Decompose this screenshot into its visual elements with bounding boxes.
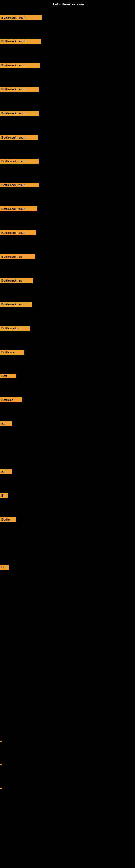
bottleneck-badge-2: Bottleneck result xyxy=(0,63,40,68)
bottleneck-badge-5: Bottleneck result xyxy=(0,135,38,140)
bottleneck-badge-20: Bottle xyxy=(0,517,16,522)
bottleneck-badge-19: B xyxy=(0,493,8,498)
bottleneck-badge-15: Bott xyxy=(0,373,16,378)
bottleneck-badge-11: Bottleneck res xyxy=(0,278,33,283)
bottleneck-badge-0: Bottleneck result xyxy=(0,15,42,20)
bottleneck-badge-17: Bo xyxy=(0,421,12,426)
bottleneck-badge-7: Bottleneck result xyxy=(0,183,39,187)
bottleneck-badge-14: Bottlenec xyxy=(0,350,24,354)
bottleneck-badge-8: Bottleneck result xyxy=(0,207,37,211)
bottleneck-badge-13: Bottleneck re xyxy=(0,326,30,331)
bar-line-0 xyxy=(0,741,2,742)
bottleneck-badge-16: Bottlene xyxy=(0,397,22,402)
bar-line-1 xyxy=(0,764,2,766)
bottleneck-badge-9: Bottleneck result xyxy=(0,230,36,235)
bar-line-2 xyxy=(0,788,2,789)
bottleneck-badge-18: Bo xyxy=(0,469,12,474)
bottleneck-badge-12: Bottleneck res xyxy=(0,302,32,307)
bottleneck-badge-6: Bottleneck result xyxy=(0,159,39,163)
bottleneck-badge-4: Bottleneck result xyxy=(0,111,39,116)
bottleneck-badge-10: Bottleneck res xyxy=(0,254,35,259)
bottleneck-badge-3: Bottleneck result xyxy=(0,87,39,92)
bottleneck-badge-1: Bottleneck result xyxy=(0,39,41,44)
bottleneck-badge-21: Bo xyxy=(0,565,9,569)
site-title: TheBottlenecker.com xyxy=(51,2,84,6)
